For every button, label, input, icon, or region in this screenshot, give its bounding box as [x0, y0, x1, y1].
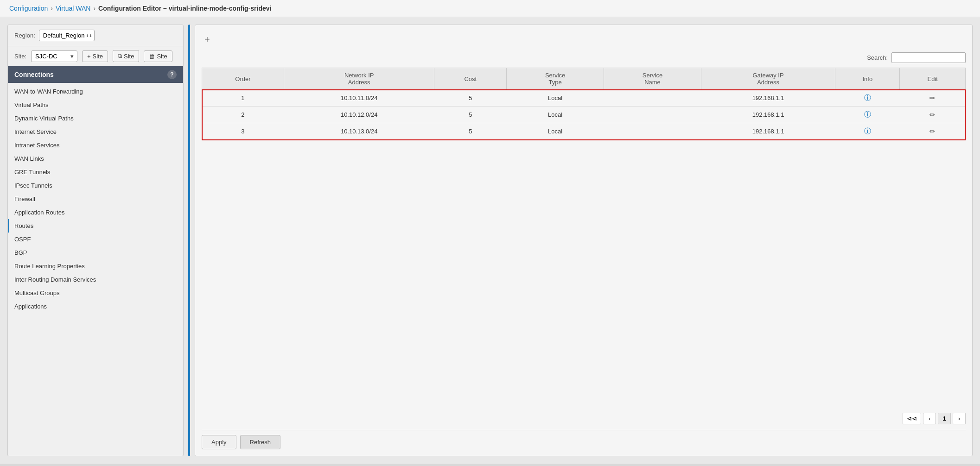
- table-row: 310.10.13.0/245Local192.168.1.1ⓘ✏: [202, 123, 966, 140]
- current-page-button[interactable]: 1: [938, 413, 951, 424]
- table-head: Order Network IPAddress Cost ServiceType…: [202, 68, 966, 90]
- cell-network-ip: 10.10.11.0/24: [284, 90, 434, 107]
- refresh-button[interactable]: Refresh: [240, 435, 281, 449]
- col-network-ip: Network IPAddress: [284, 68, 434, 90]
- cell-gateway-ip: 192.168.1.1: [701, 107, 835, 123]
- site-select[interactable]: SJC-DC: [31, 50, 77, 62]
- cell-service-type: Local: [507, 107, 604, 123]
- cell-service-type: Local: [507, 90, 604, 107]
- sidebar-item-ipsec-tunnels[interactable]: IPsec Tunnels: [8, 179, 183, 192]
- first-page-button[interactable]: ⊲⊲: [903, 413, 921, 424]
- col-gateway-ip: Gateway IPAddress: [701, 68, 835, 90]
- add-site-label: Site: [93, 53, 103, 60]
- breadcrumb-configuration[interactable]: Configuration: [9, 5, 48, 12]
- sidebar-item-inter-routing-domain-services[interactable]: Inter Routing Domain Services: [8, 273, 183, 286]
- cell-cost: 5: [434, 90, 507, 107]
- cell-info: ⓘ: [835, 107, 900, 123]
- col-info: Info: [835, 68, 900, 90]
- table-row: 110.10.11.0/245Local192.168.1.1ⓘ✏: [202, 90, 966, 107]
- cell-service-name: [604, 107, 701, 123]
- table-container: Order Network IPAddress Cost ServiceType…: [202, 68, 966, 408]
- copy-site-button[interactable]: ⧉ Site: [113, 50, 139, 62]
- breadcrumb-sep-1: ›: [51, 5, 53, 12]
- sidebar-item-intranet-services[interactable]: Intranet Services: [8, 139, 183, 152]
- table-body: 110.10.11.0/245Local192.168.1.1ⓘ✏210.10.…: [202, 90, 966, 140]
- table-row: 210.10.12.0/245Local192.168.1.1ⓘ✏: [202, 107, 966, 123]
- sidebar-item-bgp[interactable]: BGP: [8, 246, 183, 259]
- sidebar-item-wan-links[interactable]: WAN Links: [8, 152, 183, 165]
- col-service-name: ServiceName: [604, 68, 701, 90]
- cell-edit: ✏: [900, 90, 966, 107]
- region-bar: Region: Default_Region: [8, 25, 183, 46]
- left-panel: Region: Default_Region Site: SJC-DC + Si…: [7, 25, 184, 456]
- site-label: Site:: [14, 53, 26, 60]
- cell-cost: 5: [434, 123, 507, 140]
- cell-info: ⓘ: [835, 90, 900, 107]
- cell-edit: ✏: [900, 123, 966, 140]
- cell-edit: ✏: [900, 107, 966, 123]
- sidebar-item-internet-service[interactable]: Internet Service: [8, 125, 183, 139]
- nav-header: Connections ?: [8, 66, 183, 83]
- cell-gateway-ip: 192.168.1.1: [701, 123, 835, 140]
- sidebar-item-virtual-paths[interactable]: Virtual Paths: [8, 98, 183, 112]
- add-site-button[interactable]: + Site: [82, 50, 108, 62]
- search-input[interactable]: [891, 52, 966, 63]
- edit-icon[interactable]: ✏: [929, 111, 935, 119]
- info-icon[interactable]: ⓘ: [864, 110, 871, 118]
- sidebar-item-multicast-groups[interactable]: Multicast Groups: [8, 286, 183, 300]
- col-edit: Edit: [900, 68, 966, 90]
- search-bar: Search:: [202, 50, 966, 68]
- edit-icon[interactable]: ✏: [929, 94, 935, 102]
- help-button[interactable]: ?: [167, 70, 177, 79]
- delete-site-button[interactable]: 🗑 Site: [144, 50, 172, 62]
- cell-info: ⓘ: [835, 123, 900, 140]
- sidebar-item-firewall[interactable]: Firewall: [8, 192, 183, 206]
- add-row: +: [202, 31, 966, 50]
- sidebar-item-route-learning-properties[interactable]: Route Learning Properties: [8, 259, 183, 273]
- cell-order: 1: [202, 90, 284, 107]
- search-label: Search:: [867, 54, 888, 61]
- sidebar-item-gre-tunnels[interactable]: GRE Tunnels: [8, 165, 183, 179]
- region-select[interactable]: Default_Region: [39, 30, 95, 41]
- sidebar-item-ospf[interactable]: OSPF: [8, 233, 183, 246]
- col-service-type: ServiceType: [507, 68, 604, 90]
- cell-network-ip: 10.10.12.0/24: [284, 107, 434, 123]
- sidebar-item-application-routes[interactable]: Application Routes: [8, 206, 183, 219]
- breadcrumb-virtual-wan[interactable]: Virtual WAN: [56, 5, 90, 12]
- cell-service-name: [604, 123, 701, 140]
- col-cost: Cost: [434, 68, 507, 90]
- sidebar-item-dynamic-virtual-paths[interactable]: Dynamic Virtual Paths: [8, 112, 183, 125]
- sidebar-item-applications[interactable]: Applications: [8, 300, 183, 313]
- breadcrumb-current: Configuration Editor – virtual-inline-mo…: [98, 5, 271, 12]
- sidebar-item-routes[interactable]: Routes: [8, 219, 183, 233]
- routes-table: Order Network IPAddress Cost ServiceType…: [202, 68, 966, 140]
- connections-label: Connections: [14, 71, 54, 78]
- cell-service-name: [604, 90, 701, 107]
- sidebar-item-wan-to-wan-forwarding[interactable]: WAN-to-WAN Forwarding: [8, 85, 183, 98]
- info-icon[interactable]: ⓘ: [864, 127, 871, 135]
- region-label: Region:: [14, 32, 35, 39]
- cell-gateway-ip: 192.168.1.1: [701, 90, 835, 107]
- cell-order: 3: [202, 123, 284, 140]
- col-order: Order: [202, 68, 284, 90]
- cell-order: 2: [202, 107, 284, 123]
- cell-service-type: Local: [507, 123, 604, 140]
- edit-icon[interactable]: ✏: [929, 127, 935, 135]
- cell-network-ip: 10.10.13.0/24: [284, 123, 434, 140]
- delete-site-label: Site: [157, 53, 167, 60]
- next-page-button[interactable]: ›: [953, 413, 966, 424]
- apply-button[interactable]: Apply: [202, 435, 236, 449]
- right-panel: + Search: Order Network IPAddress Cost S…: [195, 25, 973, 456]
- pagination: ⊲⊲ ‹ 1 ›: [202, 408, 966, 427]
- cell-cost: 5: [434, 107, 507, 123]
- panel-divider: [188, 25, 190, 456]
- info-icon[interactable]: ⓘ: [864, 94, 871, 101]
- breadcrumb-sep-2: ›: [93, 5, 95, 12]
- breadcrumb: Configuration › Virtual WAN › Configurat…: [0, 0, 980, 17]
- prev-page-button[interactable]: ‹: [923, 413, 936, 424]
- add-route-button[interactable]: +: [202, 33, 213, 46]
- nav-list: WAN-to-WAN ForwardingVirtual PathsDynami…: [8, 83, 183, 456]
- site-bar: Site: SJC-DC + Site ⧉ Site 🗑 Site: [8, 46, 183, 66]
- add-icon: +: [87, 53, 91, 60]
- action-bar: Apply Refresh: [202, 430, 966, 449]
